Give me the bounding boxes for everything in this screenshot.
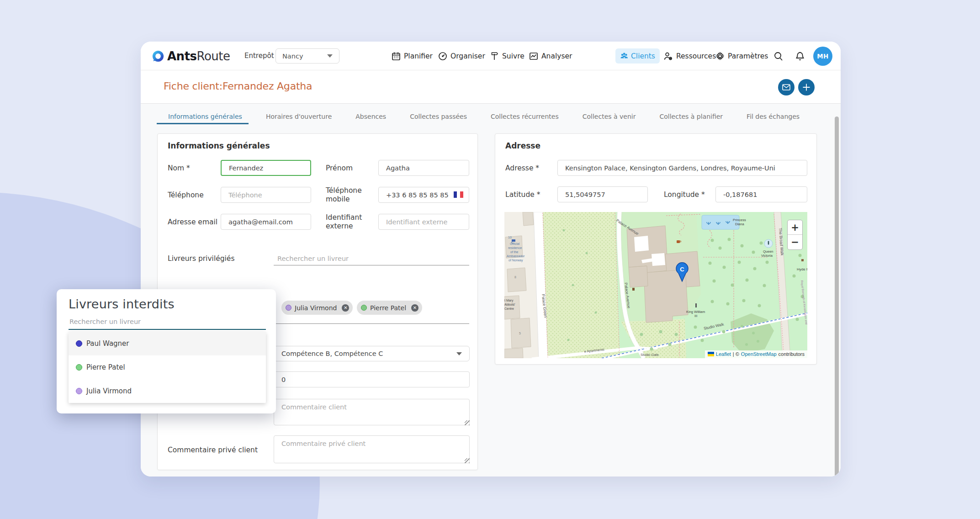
commentaire-prive-textarea[interactable] xyxy=(274,435,470,463)
tab-collectes-passees[interactable]: Collectes passées xyxy=(410,113,467,120)
calendar-icon xyxy=(392,52,401,61)
nav-suivre-label: Suivre xyxy=(502,52,524,60)
chart-icon xyxy=(529,52,538,61)
client-title-bar: Fiche client:Fernandez Agatha xyxy=(141,70,841,104)
option-pierre-patel[interactable]: Pierre Patel xyxy=(69,355,266,379)
tab-collectes-recurrentes[interactable]: Collectes récurrentes xyxy=(491,113,559,120)
livreurs-interdits-popup: Livreurs interdits Paul Wagner Pierre Pa… xyxy=(57,289,276,413)
svg-text:t Mary: t Mary xyxy=(504,299,514,302)
latitude-input[interactable] xyxy=(557,186,648,202)
tab-horaires-ouverture[interactable]: Horaires d'ouverture xyxy=(266,113,332,120)
search-button[interactable] xyxy=(773,42,784,70)
general-info-heading: Informations générales xyxy=(168,141,270,150)
popup-search-input[interactable] xyxy=(69,314,266,330)
warehouse-label: Entrepôt xyxy=(244,52,274,60)
scrollbar-thumb[interactable] xyxy=(835,117,839,477)
warehouse-select[interactable]: Nancy xyxy=(275,48,339,64)
resize-handle[interactable] xyxy=(465,420,470,425)
avatar[interactable]: MH xyxy=(813,47,832,66)
antsroute-logo[interactable]: AntsRoute xyxy=(152,47,230,66)
option-julia-virmond[interactable]: Julia Virmond xyxy=(69,379,266,403)
envelope-icon xyxy=(782,84,790,90)
nav-planifier[interactable]: Planifier xyxy=(392,42,433,70)
latitude-label: Latitude * xyxy=(505,191,540,199)
gear-icon xyxy=(715,52,725,61)
address-panel: Adresse Adresse * Latitude * Longitude * xyxy=(495,133,817,365)
svg-text:Centre: Centre xyxy=(504,307,514,310)
add-button[interactable] xyxy=(798,79,815,95)
driver-color-dot xyxy=(76,388,82,394)
nom-label: Nom * xyxy=(168,164,190,173)
nav-ressources[interactable]: Ressources xyxy=(663,42,716,70)
commentaire-prive-label: Commentaire privé client xyxy=(168,446,258,455)
livreurs-privilegies-search[interactable] xyxy=(274,252,469,265)
tab-collectes-a-venir[interactable]: Collectes à venir xyxy=(583,113,636,120)
svg-text:of the: of the xyxy=(510,250,519,254)
longitude-label: Longitude * xyxy=(664,191,705,199)
mobile-label: Téléphone mobile xyxy=(326,186,376,204)
bell-icon xyxy=(795,51,805,61)
zoom-out-button[interactable]: − xyxy=(788,235,802,249)
svg-text:7: 7 xyxy=(514,303,515,306)
logo-icon xyxy=(152,50,164,63)
svg-text:5: 5 xyxy=(519,332,521,335)
prenom-input[interactable] xyxy=(378,160,469,176)
identifiant-input[interactable] xyxy=(378,214,469,230)
livreurs-interdits-search-inline[interactable] xyxy=(274,310,469,324)
option-paul-wagner[interactable]: Paul Wagner xyxy=(69,332,266,355)
svg-text:King William: King William xyxy=(686,310,705,314)
svg-text:III: III xyxy=(694,314,697,318)
svg-text:Queen: Queen xyxy=(763,249,773,254)
svg-text:of Norway: of Norway xyxy=(509,259,523,262)
gauge-icon xyxy=(438,52,447,61)
nav-planifier-label: Planifier xyxy=(404,52,433,60)
nav-organiser[interactable]: Organiser xyxy=(438,42,485,70)
resize-handle[interactable] xyxy=(465,458,470,463)
svg-text:residence: residence xyxy=(508,246,522,249)
search-icon xyxy=(773,51,784,61)
competences-value: Compétence B, Compétence C xyxy=(281,350,383,357)
numeric-input[interactable] xyxy=(274,371,470,387)
warehouse-value: Nancy xyxy=(282,53,303,60)
signpost-icon xyxy=(490,52,499,61)
active-tab-underline xyxy=(157,123,249,124)
notifications-button[interactable] xyxy=(795,42,805,70)
leaflet-link[interactable]: Leaflet xyxy=(716,351,731,357)
tab-informations-generales[interactable]: Informations générales xyxy=(168,113,242,120)
svg-text:Studio Gate: Studio Gate xyxy=(641,353,659,357)
nav-parametres-label: Paramètres xyxy=(728,52,768,60)
nav-analyser[interactable]: Analyser xyxy=(529,42,572,70)
option-label: Pierre Patel xyxy=(86,363,125,371)
map-zoom-control: + − xyxy=(787,220,803,250)
chevron-down-icon xyxy=(456,352,462,355)
tab-fil-des-echanges[interactable]: Fil des échanges xyxy=(747,113,800,120)
nav-suivre[interactable]: Suivre xyxy=(490,42,524,70)
tab-collectes-a-planifier[interactable]: Collectes à planifier xyxy=(659,113,723,120)
livreurs-privilegies-label: Livreurs privilégiés xyxy=(168,254,234,263)
nom-input[interactable] xyxy=(221,160,311,176)
driver-options-list: Paul Wagner Pierre Patel Julia Virmond xyxy=(69,332,266,403)
tab-absences[interactable]: Absences xyxy=(355,113,386,120)
adresse-input[interactable] xyxy=(557,160,807,176)
competences-select[interactable]: Compétence B, Compétence C xyxy=(274,346,470,361)
email-label: Adresse email xyxy=(168,218,217,227)
identifiant-label: Identifiant externe xyxy=(326,213,376,231)
plus-icon xyxy=(802,83,811,92)
osm-link[interactable]: OpenStreetMap xyxy=(741,351,777,357)
nav-organiser-label: Organiser xyxy=(450,52,485,60)
nav-parametres[interactable]: Paramètres xyxy=(715,42,768,70)
driver-color-dot xyxy=(76,340,82,347)
map[interactable]: Palace Avenue Palace Avenue Palace Green… xyxy=(504,212,807,358)
map-attribution: Leaflet | © OpenStreetMap contributors xyxy=(705,350,807,358)
email-input[interactable] xyxy=(221,214,311,230)
telephone-input[interactable] xyxy=(221,187,311,203)
nav-clients-label: Clients xyxy=(631,52,655,60)
nav-clients[interactable]: Clients xyxy=(615,48,660,64)
nav-analyser-label: Analyser xyxy=(541,52,572,60)
commentaire-client-textarea[interactable] xyxy=(274,399,470,425)
send-email-button[interactable] xyxy=(778,79,795,95)
zoom-in-button[interactable]: + xyxy=(788,220,802,235)
svg-text:Official: Official xyxy=(510,242,520,245)
longitude-input[interactable] xyxy=(715,186,807,202)
clients-icon xyxy=(620,52,629,60)
